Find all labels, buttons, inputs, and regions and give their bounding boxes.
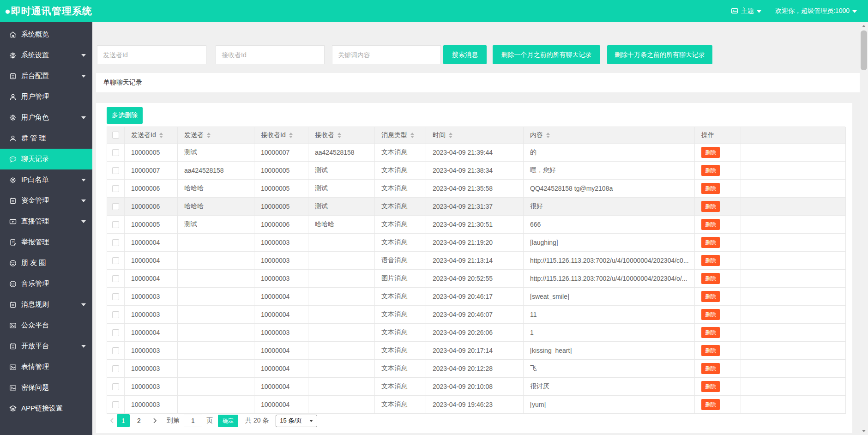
delete-row-button[interactable]: 删除 [701,165,720,176]
row-checkbox[interactable] [112,311,119,318]
row-checkbox[interactable] [112,257,119,264]
confirm-page-button[interactable]: 确定 [218,415,238,427]
row-checkbox[interactable] [112,401,119,408]
delete-row-button[interactable]: 删除 [701,147,720,158]
next-page-button[interactable] [150,414,160,427]
sidebar-item-funds-management[interactable]: 资金管理 [0,190,92,211]
sort-icon[interactable] [410,133,414,138]
delete-row-button[interactable]: 删除 [701,399,720,410]
scroll-down-icon[interactable] [860,428,868,435]
column-header[interactable]: 发送者 [178,127,254,144]
delete-row-button[interactable]: 删除 [701,201,720,212]
sort-icon[interactable] [159,133,163,138]
page-size-select[interactable]: 15 条/页 [276,415,317,427]
sort-icon[interactable] [449,133,452,138]
column-header-label: 接收者Id [261,131,286,139]
row-checkbox[interactable] [112,221,119,228]
sidebar-item-ip-whitelist[interactable]: IP白名单 [0,169,92,190]
sort-icon[interactable] [289,133,293,138]
delete-row-button[interactable]: 删除 [701,273,720,284]
row-checkbox[interactable] [112,185,119,192]
search-messages-button[interactable]: 搜索消息 [443,45,487,64]
delete-row-button[interactable]: 删除 [701,363,720,374]
row-checkbox[interactable] [112,329,119,336]
column-header[interactable]: 接收者Id [254,127,308,144]
sidebar-item-message-rules[interactable]: 消息规则 [0,294,92,315]
cell-time: 2023-04-09 19:46:23 [426,396,524,414]
page-number-input[interactable] [184,415,202,427]
column-header-label: 内容 [530,131,543,139]
column-header[interactable]: 接收者 [308,127,375,144]
sidebar-item-label: 系统概览 [0,30,49,39]
delete-row-button[interactable]: 删除 [701,327,720,338]
scroll-up-icon[interactable] [860,22,868,30]
page-button-2[interactable]: 2 [133,414,145,427]
delete-100k-old-button[interactable]: 删除十万条之前的所有聊天记录 [607,45,712,64]
sidebar-item-user-management[interactable]: 用户管理 [0,86,92,107]
row-checkbox[interactable] [112,239,119,246]
cell-receiver-id: 10000003 [254,234,308,252]
scrollbar-thumb[interactable] [861,30,867,70]
cell-sender-id: 10000003 [125,396,178,414]
sort-icon[interactable] [207,133,211,138]
theme-dropdown[interactable]: 主题 [731,7,761,15]
delete-row-button[interactable]: 删除 [701,381,720,392]
sidebar-item-backend-config[interactable]: 后台配置 [0,66,92,86]
delete-row-button[interactable]: 删除 [701,309,720,320]
column-header[interactable]: 发送者Id [125,127,178,144]
delete-month-old-button[interactable]: 删除一个月之前的所有聊天记录 [493,45,600,64]
row-checkbox[interactable] [112,203,119,210]
receiver-id-input[interactable] [216,45,325,64]
sidebar-item-system-settings[interactable]: 系统设置 [0,45,92,66]
delete-row-button[interactable]: 删除 [701,219,720,230]
row-checkbox[interactable] [112,293,119,300]
multi-delete-button[interactable]: 多选删除 [107,107,143,124]
sidebar-item-label: 消息规则 [0,300,49,309]
delete-row-button[interactable]: 删除 [701,183,720,194]
table-row: 1000000310000004文本消息2023-04-09 20:10:08很… [107,378,845,396]
keyword-input[interactable] [332,45,441,64]
prev-page-button[interactable] [107,414,117,427]
sidebar-item-group-management[interactable]: 群 管 理 [0,128,92,149]
delete-row-button[interactable]: 删除 [701,291,720,302]
chevron-down-icon [309,420,313,424]
sidebar-item-overview[interactable]: 系统概览 [0,24,92,45]
sidebar-item-moments[interactable]: 朋 友 圈 [0,253,92,273]
column-header[interactable]: 时间 [426,127,524,144]
row-checkbox[interactable] [112,149,119,156]
sidebar-item-user-roles[interactable]: 用户角色 [0,107,92,128]
vertical-scrollbar[interactable] [860,22,868,435]
sidebar-item-live-management[interactable]: 直播管理 [0,211,92,232]
sidebar-item-security-question[interactable]: 密保问题 [0,377,92,398]
row-select-cell [107,396,125,414]
sidebar-item-emoji-management[interactable]: 表情管理 [0,356,92,377]
column-header-label: 时间 [433,131,446,139]
row-checkbox[interactable] [112,347,119,354]
sidebar-item-open-platform[interactable]: 开放平台 [0,336,92,356]
delete-row-button[interactable]: 删除 [701,345,720,356]
sidebar-item-music-management[interactable]: 音乐管理 [0,273,92,294]
cell-sender-id: 10000007 [125,162,178,180]
cell-message-type: 语音消息 [375,252,426,270]
delete-row-button[interactable]: 删除 [701,237,720,248]
sidebar-item-public-platform[interactable]: 公众平台 [0,315,92,336]
select-all-checkbox[interactable] [112,132,119,139]
page-button-1[interactable]: 1 [117,414,130,427]
sidebar-item-app-link-settings[interactable]: APP链接设置 [0,398,92,419]
row-checkbox[interactable] [112,365,119,372]
delete-row-button[interactable]: 删除 [701,255,720,266]
sender-id-input[interactable] [97,45,206,64]
column-header[interactable]: 内容 [524,127,695,144]
column-header[interactable]: 消息类型 [375,127,426,144]
cell-content: 嘿，您好 [524,162,695,180]
user-dropdown[interactable]: 欢迎你，超级管理员:1000 [775,7,857,15]
sort-icon[interactable] [338,133,341,138]
chat-records-card: 多选删除 发送者Id发送者接收者Id接收者消息类型时间内容操作 10000005… [96,103,852,433]
sort-icon[interactable] [546,133,550,138]
row-checkbox[interactable] [112,383,119,390]
sidebar-item-report-management[interactable]: ?举报管理 [0,232,92,253]
user-icon [9,135,17,142]
row-checkbox[interactable] [112,275,119,282]
sidebar-item-chat-records[interactable]: 聊天记录 [0,149,92,169]
row-checkbox[interactable] [112,167,119,174]
